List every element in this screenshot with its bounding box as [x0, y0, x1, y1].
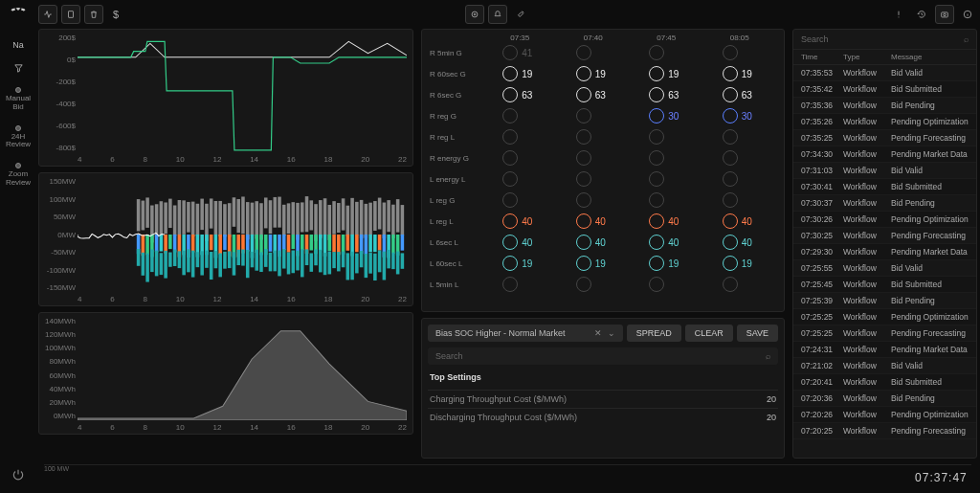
bid-cell[interactable]: 63 [703, 87, 777, 102]
bid-cell[interactable] [557, 277, 631, 292]
bid-cell[interactable]: 40 [703, 213, 777, 229]
bid-cell[interactable] [483, 129, 557, 145]
log-row[interactable]: 07:35:25WorkflowPending Forecasting [793, 130, 976, 146]
bid-cell[interactable] [630, 150, 703, 166]
bid-cell[interactable] [703, 171, 777, 187]
bid-cell[interactable] [703, 192, 777, 208]
bid-cell[interactable] [483, 150, 557, 166]
bid-cell[interactable]: 19 [483, 256, 557, 271]
log-row[interactable]: 07:30:37WorkflowBid Pending [793, 195, 976, 212]
log-search-input[interactable]: Search ⌕ [793, 30, 976, 50]
bid-cell[interactable]: 40 [557, 213, 631, 229]
bid-cell[interactable]: 30 [630, 108, 703, 123]
bid-cell[interactable]: 63 [483, 87, 557, 102]
history-icon[interactable] [912, 5, 931, 24]
bid-cell[interactable]: 19 [703, 256, 777, 271]
log-row[interactable]: 07:34:30WorkflowPending Market Data [793, 146, 976, 163]
bid-cell[interactable]: 63 [557, 87, 631, 102]
bid-cell[interactable]: 19 [557, 256, 631, 271]
bid-cell[interactable] [557, 129, 631, 145]
power-chart[interactable]: 150MW100MW50MW0MW-50MW-100MW-150MW 46810… [38, 172, 413, 306]
bid-cell[interactable]: 19 [630, 256, 703, 271]
power-icon[interactable] [11, 468, 25, 483]
bid-cell[interactable] [630, 171, 703, 187]
sidebar-item-zoom-review[interactable]: ZoomReview [6, 163, 31, 188]
bid-cell[interactable]: 63 [630, 87, 703, 102]
log-row[interactable]: 07:25:39WorkflowBid Pending [793, 293, 976, 309]
bid-cell[interactable] [557, 45, 631, 60]
energy-chart[interactable]: 140MWh120MWh100MWh80MWh60MWh40MWh20MWh0M… [38, 312, 413, 435]
bid-cell[interactable] [483, 171, 557, 187]
log-row[interactable]: 07:35:42WorkflowBid Submitted [793, 81, 976, 98]
activity-icon[interactable] [38, 5, 57, 24]
log-row[interactable]: 07:20:26WorkflowPending Optimization [793, 407, 976, 423]
tool-icon[interactable] [511, 5, 530, 24]
log-row[interactable]: 07:29:30WorkflowPending Market Data [793, 244, 976, 260]
log-row[interactable]: 07:25:55WorkflowBid Valid [793, 260, 976, 277]
bid-cell[interactable]: 40 [483, 235, 557, 250]
sidebar-item-manual-bid[interactable]: ManualBid [6, 87, 31, 112]
bid-cell[interactable]: 40 [630, 213, 703, 229]
save-button[interactable]: SAVE [737, 325, 778, 342]
bid-cell[interactable]: 40 [703, 235, 777, 250]
log-row[interactable]: 07:24:31WorkflowPending Market Data [793, 342, 976, 358]
bid-cell[interactable]: 40 [483, 213, 557, 229]
bid-cell[interactable]: 40 [557, 235, 631, 250]
bid-cell[interactable]: 41 [483, 45, 557, 60]
info-icon[interactable] [958, 5, 977, 24]
bid-cell[interactable] [703, 150, 777, 166]
log-row[interactable]: 07:35:36WorkflowBid Pending [793, 98, 976, 114]
bid-cell[interactable] [483, 277, 557, 292]
log-row[interactable]: 07:25:25WorkflowPending Forecasting [793, 325, 976, 342]
bell-icon[interactable] [488, 5, 507, 24]
bid-cell[interactable] [630, 129, 703, 145]
bid-cell[interactable]: 19 [703, 66, 777, 81]
bid-cell[interactable]: 40 [630, 235, 703, 250]
bid-cell[interactable] [630, 45, 703, 60]
footer-chart[interactable]: 100 MW [44, 464, 971, 491]
strategy-pill[interactable]: Bias SOC Higher - Normal Market ✕ ⌄ [428, 325, 623, 342]
bid-cell[interactable]: 19 [483, 66, 557, 81]
bid-cell[interactable] [630, 192, 703, 208]
log-row[interactable]: 07:25:45WorkflowBid Submitted [793, 277, 976, 293]
bid-cell[interactable]: 19 [557, 66, 631, 81]
log-row[interactable]: 07:35:26WorkflowPending Optimization [793, 114, 976, 130]
bid-cell[interactable]: 30 [703, 108, 777, 123]
setting-row[interactable]: Discharging Throughput Cost ($/MWh)20 [428, 408, 778, 426]
bid-cell[interactable] [557, 192, 631, 208]
bid-cell[interactable] [557, 108, 631, 123]
log-row[interactable]: 07:21:02WorkflowBid Valid [793, 358, 976, 374]
bid-cell[interactable] [703, 129, 777, 145]
bid-cell[interactable] [703, 277, 777, 292]
camera-icon[interactable] [935, 5, 954, 24]
document-icon[interactable] [61, 5, 80, 24]
trash-icon[interactable] [84, 5, 103, 24]
log-row[interactable]: 07:25:25WorkflowPending Optimization [793, 309, 976, 325]
log-row[interactable]: 07:20:25WorkflowPending Forecasting [793, 423, 976, 439]
filter-icon[interactable] [13, 63, 24, 74]
log-row[interactable]: 07:35:53WorkflowBid Valid [793, 65, 976, 81]
bid-cell[interactable] [483, 192, 557, 208]
bid-cell[interactable] [557, 150, 631, 166]
log-row[interactable]: 07:30:41WorkflowBid Submitted [793, 179, 976, 195]
clear-button[interactable]: CLEAR [685, 325, 733, 342]
bid-cell[interactable] [703, 45, 777, 60]
settings-search-input[interactable]: Search ⌕ [428, 347, 778, 365]
target-icon[interactable] [465, 5, 484, 24]
bid-cell[interactable]: 19 [630, 66, 703, 81]
bid-cell[interactable] [630, 277, 703, 292]
chevron-down-icon[interactable]: ⌄ [608, 328, 615, 338]
log-row[interactable]: 07:31:03WorkflowBid Valid [793, 163, 976, 179]
setting-row[interactable]: Charging Throughput Cost ($/MWh)20 [428, 390, 778, 408]
log-row[interactable]: 07:30:26WorkflowPending Optimization [793, 212, 976, 228]
close-icon[interactable]: ✕ [594, 328, 602, 338]
price-chart[interactable]: 200$0$-200$-400$-600$-800$ 4681012141618… [38, 29, 413, 167]
spread-button[interactable]: SPREAD [627, 325, 681, 342]
log-row[interactable]: 07:30:25WorkflowPending Forecasting [793, 228, 976, 244]
bid-cell[interactable] [557, 171, 631, 187]
sidebar-item-24h-review[interactable]: 24HReview [6, 125, 31, 150]
bid-cell[interactable] [483, 108, 557, 123]
alert-icon[interactable] [889, 5, 908, 24]
log-row[interactable]: 07:20:36WorkflowBid Pending [793, 391, 976, 407]
log-row[interactable]: 07:20:41WorkflowBid Submitted [793, 374, 976, 391]
